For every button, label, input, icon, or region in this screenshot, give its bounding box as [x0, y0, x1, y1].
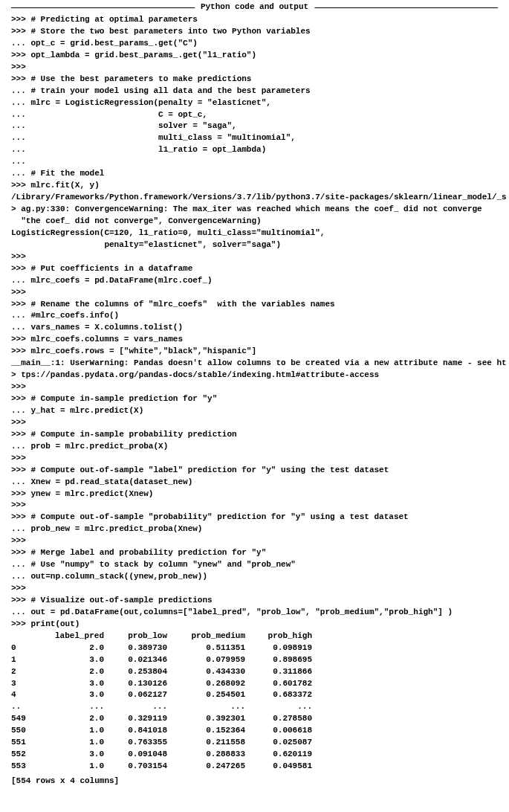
table-row: 5501.00.8410180.1523640.006618: [11, 725, 498, 737]
table-row: 5492.00.3291190.3923010.278580: [11, 713, 498, 725]
table-header: label_predprob_lowprob_mediumprob_high: [11, 631, 498, 642]
table-row: 22.00.2538040.4343300.311866: [11, 666, 498, 678]
table-row: 02.00.3897300.5113510.098919: [11, 642, 498, 654]
table-row: 5511.00.7633550.2115580.025087: [11, 737, 498, 749]
table-row: 5523.00.0910480.2888330.620119: [11, 749, 498, 761]
output-table: label_predprob_lowprob_mediumprob_high02…: [11, 631, 498, 773]
table-footer: [554 rows x 4 columns]: [11, 776, 498, 787]
table-row: 43.00.0621270.2545010.683372: [11, 689, 498, 701]
code-block: >>> # Predicting at optimal parameters >…: [11, 14, 498, 631]
table-row: 5531.00.7031540.2472650.049581: [11, 761, 498, 773]
table-row: 13.00.0213460.0799590.898695: [11, 654, 498, 666]
code-output-frame: Python code and output >>> # Predicting …: [11, 7, 498, 787]
table-row: ..............: [11, 701, 498, 713]
frame-title: Python code and output: [195, 2, 314, 11]
table-row: 33.00.1301260.2680920.601782: [11, 678, 498, 690]
